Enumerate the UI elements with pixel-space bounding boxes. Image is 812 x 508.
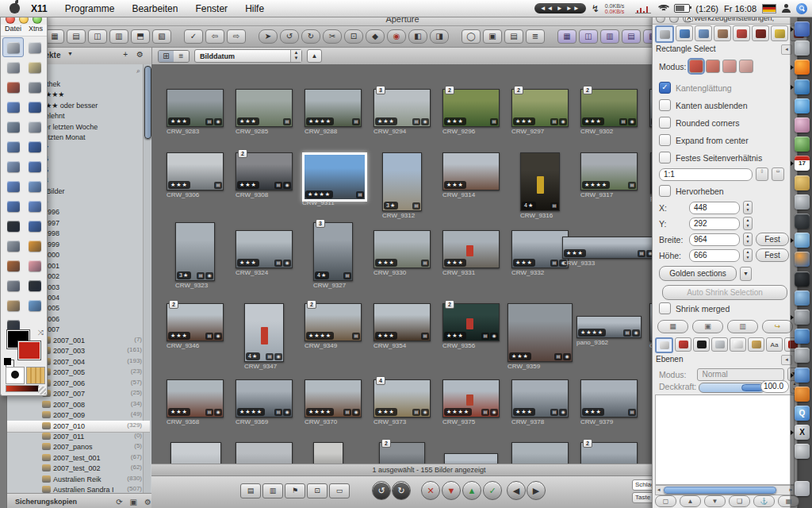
lower-layer-button[interactable]: ▼ xyxy=(704,495,726,507)
option-kanten-ausblenden[interactable]: Kanten ausblenden xyxy=(659,99,748,111)
layers-list-area[interactable] xyxy=(655,394,795,485)
opacity-value[interactable]: 100.0 xyxy=(760,380,789,393)
mode-replace[interactable] xyxy=(689,60,703,73)
photo-thumbnail[interactable]: ★★★▤◉ xyxy=(511,230,569,268)
dock-sync[interactable] xyxy=(795,194,810,210)
shrink-merged-row[interactable]: Shrink merged xyxy=(659,302,730,314)
photo-thumbnail[interactable]: ★★★▤ xyxy=(167,152,224,190)
loupe-icon[interactable]: ◯ xyxy=(462,29,481,44)
dock-firefox[interactable] xyxy=(795,60,810,75)
dock-printer[interactable] xyxy=(795,444,810,459)
layer-mode-dropdown[interactable]: Normal xyxy=(697,368,784,381)
dock-google-earth[interactable] xyxy=(795,368,810,383)
option-kantengl-ttung[interactable]: ✓Kantenglättung xyxy=(659,82,732,94)
layout-icon-4[interactable]: ▤ xyxy=(622,29,641,44)
photo-thumbnail[interactable]: 3★▤◉ xyxy=(175,222,215,281)
tool-text[interactable] xyxy=(2,216,24,236)
checkbox[interactable] xyxy=(659,99,671,111)
reject-button[interactable]: ✕ xyxy=(421,481,440,500)
dock-itunes[interactable] xyxy=(795,233,810,248)
rating-up-button[interactable]: ▲ xyxy=(462,481,481,500)
tool-scissors[interactable] xyxy=(24,77,45,97)
tab-red-2[interactable] xyxy=(752,25,769,41)
photo-thumbnail[interactable]: 2★★★▤◉ xyxy=(580,89,638,127)
photo-thumbnail[interactable]: ★★★▤◉ xyxy=(562,237,656,259)
grid-view-icon[interactable]: ⊞ xyxy=(159,51,174,62)
menu-item-x11[interactable]: X11 xyxy=(31,3,48,14)
dock-trash[interactable] xyxy=(795,481,810,496)
guides-dropdown-arrow-icon[interactable]: ▼ xyxy=(740,267,752,281)
toolbox-menu-xtns[interactable]: Xtns xyxy=(29,25,43,36)
reset-options-button[interactable]: ↪ xyxy=(762,320,793,333)
photo-thumbnail[interactable]: ★★★▤ xyxy=(373,230,431,268)
layout-icon-2[interactable]: ◫ xyxy=(579,29,598,44)
delete-options-button[interactable]: ▥ xyxy=(727,320,758,333)
tool-crop[interactable] xyxy=(2,156,24,176)
previous-button[interactable]: ◀ xyxy=(507,481,526,500)
select-tool-icon[interactable]: ➤ xyxy=(259,29,278,44)
photo-thumbnail[interactable]: ★★★▤◉ xyxy=(236,230,293,268)
toolbox-menu-datei[interactable]: Datei xyxy=(5,25,21,36)
dock-adium[interactable] xyxy=(795,117,810,133)
add-item-button[interactable]: + xyxy=(123,50,128,59)
photo-thumbnail[interactable]: ★★★▤ xyxy=(373,303,431,341)
dock-ical[interactable]: 17 xyxy=(795,156,810,171)
browser-button-3[interactable]: ⚑ xyxy=(285,483,305,498)
dock-photos[interactable] xyxy=(795,291,810,306)
confirm-button[interactable]: ✓ xyxy=(184,29,203,44)
photo-thumbnail[interactable]: 2 xyxy=(580,442,638,464)
vault-gear-icon[interactable]: ⚙ xyxy=(144,498,151,506)
menu-item-hilfe[interactable]: Hilfe xyxy=(245,3,264,14)
ratio-landscape-icon[interactable]: ▭ xyxy=(772,167,784,181)
sort-direction-button[interactable]: ▲ xyxy=(307,49,322,63)
wifi-icon[interactable] xyxy=(657,4,668,13)
dock-app-gray[interactable] xyxy=(795,40,810,56)
library-toolbar-icon-5[interactable]: ⬒ xyxy=(131,29,150,44)
red-eye-icon[interactable]: ◉ xyxy=(387,29,406,44)
tool-ellipse-select[interactable] xyxy=(24,37,45,57)
import-export-icon-1[interactable]: ⇦ xyxy=(205,29,224,44)
active-pattern-indicator[interactable] xyxy=(26,367,45,384)
photo-thumbnail[interactable]: 4★★★▤◉ xyxy=(373,379,431,418)
browser-button-4[interactable]: ⊡ xyxy=(307,483,327,498)
fest-button[interactable]: Fest xyxy=(756,233,789,246)
library-toolbar-icon-6[interactable]: ▧ xyxy=(152,29,171,44)
crop-icon[interactable]: ⊡ xyxy=(344,29,363,44)
dock-camera[interactable] xyxy=(795,271,810,287)
apple-menu-icon[interactable] xyxy=(10,3,20,13)
photo-thumbnail[interactable]: 4★▤◉ xyxy=(244,303,284,362)
next-button[interactable]: ▶ xyxy=(527,481,546,500)
patch-icon[interactable]: ◨ xyxy=(430,29,449,44)
active-brush-indicator[interactable] xyxy=(6,367,25,384)
battery-icon[interactable] xyxy=(674,4,690,13)
tab-undo-history[interactable] xyxy=(771,25,788,41)
background-color-swatch[interactable] xyxy=(18,341,40,360)
fast-user-switch-icon[interactable] xyxy=(782,4,791,13)
scroll-left-icon[interactable]: ◂ xyxy=(657,486,661,493)
tool-airbrush[interactable] xyxy=(2,275,24,295)
clock[interactable]: Fr 16:08 xyxy=(724,4,756,13)
spinner[interactable]: ▲▼ xyxy=(743,248,753,262)
tool-eraser[interactable] xyxy=(24,256,45,275)
photo-thumbnail[interactable]: ★★★★▤◉ xyxy=(236,379,293,418)
dtab-layers[interactable] xyxy=(655,337,673,353)
photo-thumbnail[interactable] xyxy=(313,442,343,464)
photo-thumbnail[interactable]: ★★★★▤◉ xyxy=(444,453,498,464)
lightning-icon[interactable]: ↯ xyxy=(592,3,599,14)
guides-dropdown[interactable]: Golden sections xyxy=(659,266,737,281)
photo-thumbnail[interactable]: ★★★▤ xyxy=(580,379,638,418)
field-input[interactable]: 292 xyxy=(689,217,740,230)
metadata-icon[interactable]: ▤ xyxy=(504,29,523,44)
sidebar-project-2007_test_001[interactable]: 2007_test_001(67) xyxy=(7,453,150,464)
list-panel-icon[interactable]: ≣ xyxy=(526,29,545,44)
new-layer-button[interactable]: ▢ xyxy=(655,495,676,507)
tool-ink[interactable] xyxy=(24,275,45,295)
dock-compass[interactable] xyxy=(795,329,810,344)
dtab-paths[interactable] xyxy=(711,337,728,352)
dock-folder[interactable] xyxy=(795,175,810,190)
swap-colors-icon[interactable]: ⤨ xyxy=(38,329,44,337)
dock-app-pie[interactable] xyxy=(795,252,810,267)
field-input[interactable]: 666 xyxy=(689,249,740,262)
view-mode-segment[interactable]: ⊞ ≡ xyxy=(158,50,190,63)
tool-free-select[interactable] xyxy=(2,57,24,77)
